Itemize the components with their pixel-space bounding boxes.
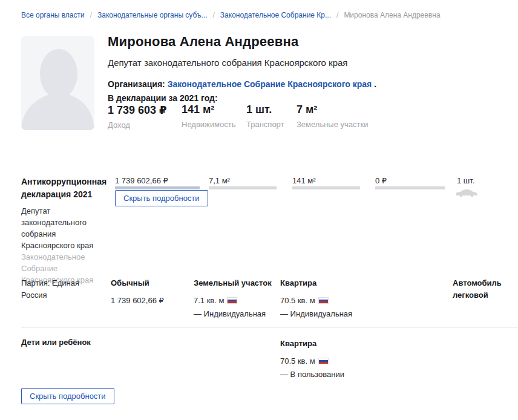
vehicle-cell: Автомобиль легковой [453,277,508,301]
income-cell-title: Обычный [111,277,195,289]
stat-transport-label: Транспорт [246,120,284,129]
breadcrumb-legislative-bodies[interactable]: Законодательные органы субъ... [97,11,207,19]
income-cell-value: 1 739 602,66 ₽ [111,295,195,307]
land-cell: Земельный участок 7.1 кв. м — Индивидуал… [194,277,278,320]
apartment-cell-value: 70.5 кв. м [280,296,315,305]
russia-flag-icon [318,297,329,304]
breadcrumb-separator: / [212,11,214,19]
declaration-holder: Депутат законодательного собрания Красно… [21,205,102,286]
summary-other-income-value: 0 ₽ [375,176,387,185]
breadcrumb-legislative-assembly[interactable]: Законодательное Собрание Кр... [220,11,331,19]
income-bar [115,186,200,189]
summary-income-value: 1 739 602,66 ₽ [115,176,168,185]
children-apartment-cell: Квартира 70.5 кв. м — В пользовании [280,338,371,381]
declaration-holder-position: Депутат законодательного собрания Красно… [21,206,93,250]
vehicle-cell-title: Автомобиль легковой [453,277,508,301]
stat-land: 7 м² Земельные участки [297,103,368,129]
land-cell-ownership: — Индивидуальная [194,308,278,320]
stat-land-value: 7 м² [297,103,368,116]
party-label: Партия: Единая Россия [21,277,97,301]
children-apartment-ownership: — В пользовании [280,369,371,381]
stat-real-estate: 141 м² Недвижимость [182,103,235,129]
apartment-cell: Квартира 70.5 кв. м — Индивидуальная [280,277,371,320]
page-title: Миронова Алена Андреевна [108,34,298,50]
children-row-label: Дети или ребёнок [21,338,91,347]
breadcrumb-separator: / [336,11,338,19]
stat-real-estate-label: Недвижимость [182,120,235,129]
apartment-cell-ownership: — Индивидуальная [280,308,371,320]
summary-vehicles-value: 1 шт. [457,176,474,185]
income-cell: Обычный 1 739 602,66 ₽ [111,277,195,307]
person-position: Депутат законодательного собрания Красно… [108,57,347,68]
land-cell-value: 7.1 кв. м [194,296,224,305]
stat-land-label: Земельные участки [297,120,368,129]
declaration-title: Антикоррупционная декларация 2021 [21,176,113,201]
stat-income: 1 739 603 ₽ Доход [108,103,167,130]
stat-income-value: 1 739 603 ₽ [108,103,167,117]
children-apartment-title: Квартира [280,338,371,350]
hide-details-button-bottom[interactable]: Скрыть подробности [21,388,114,404]
russia-flag-icon [318,358,329,364]
breadcrumb-current-person: Миронова Алена Андреевна [344,11,440,19]
organization-label: Организация: [108,79,165,89]
hide-details-button-top[interactable]: Скрыть подробности [115,190,208,206]
summary-land-value: 7,1 м² [209,176,230,185]
stat-transport-value: 1 шт. [246,103,284,116]
stat-income-label: Доход [108,120,167,130]
real-estate-bar [292,186,360,189]
other-income-bar [375,186,445,189]
russia-flag-icon [227,297,237,304]
declaration-intro: В декларации за 2021 год: [108,93,218,103]
apartment-cell-title: Квартира [280,277,371,289]
declaration-profile-page: Все органы власти / Законодательные орга… [0,0,518,420]
car-icon [454,187,479,198]
organization-suffix: . [374,79,376,89]
breadcrumb-all-authorities[interactable]: Все органы власти [21,11,85,19]
children-apartment-value: 70.5 кв. м [280,356,315,366]
stat-transport: 1 шт. Транспорт [246,103,284,129]
avatar [21,36,94,130]
land-bar [209,186,277,189]
stat-real-estate-value: 141 м² [182,103,235,116]
breadcrumb: Все органы власти / Законодательные орга… [21,11,441,19]
row-divider [21,327,518,327]
organization-link[interactable]: Законодательное Собрание Красноярского к… [168,79,372,89]
breadcrumb-separator: / [90,11,92,19]
summary-real-estate-value: 141 м² [292,176,316,185]
organization-line: Организация: Законодательное Собрание Кр… [108,79,376,89]
person-silhouette-icon [21,36,94,130]
land-cell-title: Земельный участок [194,277,278,289]
